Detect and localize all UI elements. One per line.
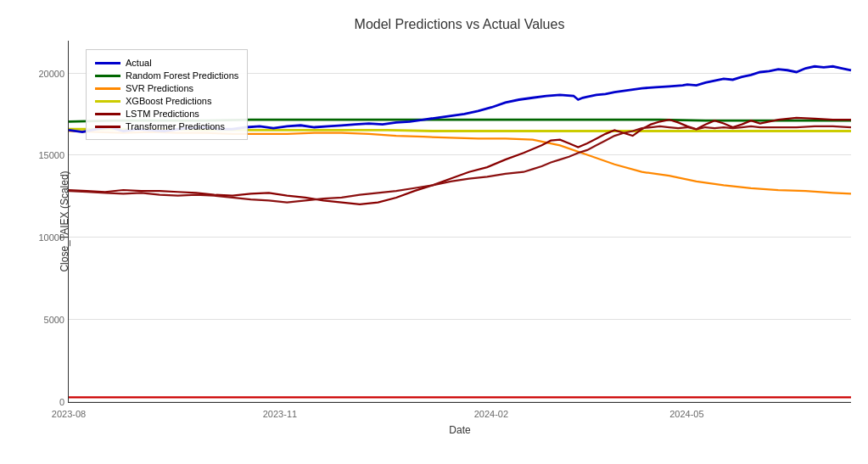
- legend-item-rf: Random Forest Predictions: [95, 70, 238, 81]
- chart-area: Close_TAIEX (Scaled) Date 0 5000 10000 1…: [68, 41, 851, 403]
- legend-item-xgb: XGBoost Predictions: [95, 96, 238, 106]
- svr-line: [69, 131, 851, 194]
- legend-line-lstm: [95, 113, 120, 115]
- x-tick-2023-11: 2023-11: [263, 409, 297, 419]
- legend-label-actual: Actual: [126, 58, 152, 68]
- x-tick-2023-08: 2023-08: [52, 409, 86, 419]
- legend-line-rf: [95, 75, 120, 77]
- legend-label-svr: SVR Predictions: [126, 83, 193, 93]
- legend-label-lstm: LSTM Predictions: [126, 109, 199, 119]
- legend-label-xgb: XGBoost Predictions: [126, 96, 212, 106]
- legend-line-xgb: [95, 100, 120, 103]
- legend-item-svr: SVR Predictions: [95, 83, 238, 93]
- legend-line-svr: [95, 87, 120, 90]
- x-tick-2024-02: 2024-02: [474, 409, 508, 419]
- legend-item-lstm: LSTM Predictions: [95, 109, 238, 119]
- chart-title: Model Predictions vs Actual Values: [68, 17, 851, 32]
- legend-line-actual: [95, 62, 120, 64]
- legend: Actual Random Forest Predictions SVR Pre…: [86, 49, 248, 140]
- legend-label-transformer: Transformer Predictions: [126, 121, 225, 131]
- legend-item-actual: Actual: [95, 58, 238, 68]
- x-axis-label: Date: [449, 424, 470, 436]
- x-tick-2024-05: 2024-05: [669, 409, 703, 419]
- legend-item-transformer: Transformer Predictions: [95, 121, 238, 131]
- legend-line-transformer: [95, 126, 120, 128]
- chart-container: Model Predictions vs Actual Values Close…: [0, 0, 868, 464]
- legend-label-rf: Random Forest Predictions: [126, 70, 238, 81]
